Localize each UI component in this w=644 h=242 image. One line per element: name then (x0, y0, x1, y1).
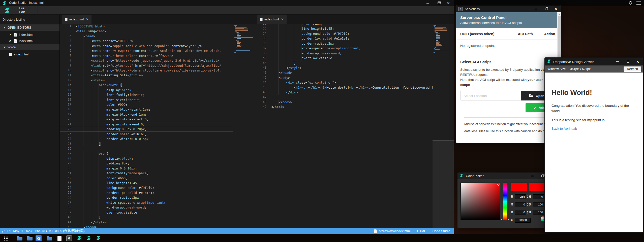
stepper-down-icon[interactable] (527, 213, 528, 214)
code-text: </style> (71, 220, 106, 225)
taskbar-code-studio-3[interactable] (95, 235, 101, 241)
code-text: <head> (71, 34, 95, 39)
close-icon[interactable]: ✕ (9, 33, 13, 36)
line-number: 40 (255, 61, 266, 65)
system-menu-icon[interactable] (636, 2, 641, 5)
taskbar-code-studio-1[interactable] (76, 235, 82, 241)
saturation-value-field[interactable] (461, 183, 500, 220)
tab-index-html-1[interactable]: index.html ✕ (62, 15, 91, 24)
code-line: 41</style> (255, 65, 454, 70)
code-editor-1[interactable]: 1<!DOCTYPE html>2<html lang="en">3<head>… (60, 24, 255, 228)
taskbar-folder-3[interactable] (46, 235, 52, 241)
hex-input[interactable] (515, 218, 531, 223)
stepper-up-icon[interactable] (527, 195, 528, 196)
taskbar-document[interactable] (56, 235, 63, 241)
stepper-down-icon[interactable] (527, 205, 528, 206)
close-icon[interactable]: ✕ (9, 39, 13, 43)
current-color-swatch (511, 183, 527, 191)
stepper-icon[interactable] (527, 211, 528, 214)
menu-item-file[interactable]: File (15, 6, 38, 10)
status-language[interactable]: HTML (417, 229, 426, 233)
back-to-aprintlab-link[interactable]: Back to Aprintlab (551, 127, 636, 130)
field-input[interactable] (515, 194, 526, 199)
taskbar-media-folder[interactable] (36, 235, 42, 241)
minimize-button[interactable] (529, 172, 536, 179)
sync-arrows-icon: ⇄ (2, 229, 5, 233)
code-text: blockquote { (71, 83, 122, 87)
scroll-up-icon[interactable] (558, 14, 560, 15)
menu-item-edit[interactable]: Edit (15, 10, 38, 14)
field-input[interactable] (533, 194, 544, 199)
close-button[interactable]: ✕ (552, 6, 560, 12)
sidebar-file-item[interactable]: ✕index.html (0, 31, 59, 38)
field-label: R (511, 195, 515, 198)
maximize-button[interactable] (624, 58, 632, 65)
stepper-icon[interactable] (527, 203, 528, 206)
color-field-h: H (529, 194, 546, 199)
serverless-app-icon: 0 (458, 7, 463, 11)
code-text: padding:0 5px 0 20px; (71, 127, 147, 131)
section-label: OPEN EDITORS (8, 26, 31, 29)
close-button[interactable]: ✕ (444, 0, 453, 6)
taskbar-folder-1[interactable] (17, 235, 23, 241)
code-text: margin-inline-start:0; (71, 117, 148, 122)
editor-pane-1[interactable]: index.html ✕ 1<!DOCTYPE html>2<html lang… (60, 15, 255, 228)
taskbar-app-grid[interactable] (3, 235, 9, 241)
taskbar-serverless-app[interactable]: 0 (66, 235, 72, 241)
taskbar-folder-2[interactable] (27, 235, 33, 241)
stepper-up-icon[interactable] (527, 211, 528, 212)
close-button[interactable]: ✕ (634, 58, 642, 65)
stepper-up-icon[interactable] (527, 203, 528, 204)
tab-bar-1: index.html ✕ (60, 15, 255, 24)
responsive-viewer-titlebar[interactable]: Responsive Design Viewer ✕ (545, 58, 643, 65)
code-line: 42</head> (60, 225, 255, 228)
sidebar-file-item[interactable]: ✕index.html (0, 38, 59, 44)
field-input[interactable] (533, 210, 544, 215)
field-input[interactable] (515, 202, 526, 207)
minimize-button[interactable] (423, 0, 432, 6)
line-number: 3 (60, 34, 71, 39)
hue-slider[interactable] (503, 183, 507, 220)
minimap-viewport[interactable] (433, 140, 454, 228)
hue-arrow-left-icon[interactable] (501, 219, 502, 221)
stepper-down-icon[interactable] (527, 197, 528, 198)
code-text: <style> (71, 78, 105, 83)
sidebar-file-item[interactable]: index.html (0, 51, 59, 57)
serverless-titlebar[interactable]: 0 Serverless ✕ (456, 6, 561, 12)
code-line: 28display:block; (60, 156, 255, 161)
tab-index-html-2[interactable]: index.html ✕ (257, 15, 287, 24)
minimap-2[interactable] (433, 24, 454, 228)
minimize-button[interactable] (532, 6, 540, 12)
status-file-path[interactable]: store:/www/index.html (379, 229, 411, 233)
sidebar-section-open-editors[interactable]: OPEN EDITORS (0, 24, 59, 31)
color-picker-titlebar[interactable]: Color Picker (457, 172, 556, 179)
stepper-icon[interactable] (527, 195, 528, 198)
field-input[interactable] (515, 210, 526, 215)
hue-arrow-right-icon[interactable] (508, 219, 509, 221)
code-line: 26 (60, 146, 255, 151)
restore-button[interactable] (434, 0, 443, 6)
maximize-button[interactable] (542, 6, 550, 12)
minimap-1[interactable] (233, 24, 255, 228)
status-ring-icon[interactable] (629, 1, 632, 5)
editor-pane-2[interactable]: index.html ✕ 32color:#666;33line-height:… (255, 15, 454, 228)
code-studio-window: Code Studio - index.html ✕ FileEditViewF… (0, 0, 454, 234)
sidebar-section-www[interactable]: WWW (0, 44, 59, 50)
code-editor-2[interactable]: 32color:#666;33line-height:1.45;34backgr… (255, 24, 454, 228)
color-selection-ring[interactable] (497, 183, 500, 186)
taskbar-code-studio-2[interactable] (86, 235, 92, 241)
code-text: margin-block-start:1em; (71, 107, 150, 112)
refresh-button[interactable]: Refresh (624, 66, 641, 72)
line-number: 38 (255, 51, 266, 56)
tab-close-icon[interactable]: ✕ (86, 18, 88, 21)
line-number: 33 (60, 181, 71, 185)
select-location-input[interactable] (460, 91, 521, 100)
code-studio-logo-icon (3, 1, 7, 6)
minimap-line (235, 51, 237, 51)
field-input[interactable] (533, 202, 544, 207)
line-number: 40 (60, 215, 71, 220)
tab-close-icon[interactable]: ✕ (281, 18, 284, 21)
minimize-button[interactable] (614, 58, 622, 65)
code-line: 23border:solid #b1b1b1; (60, 132, 255, 136)
code-studio-titlebar[interactable]: Code Studio - index.html ✕ (0, 0, 454, 6)
